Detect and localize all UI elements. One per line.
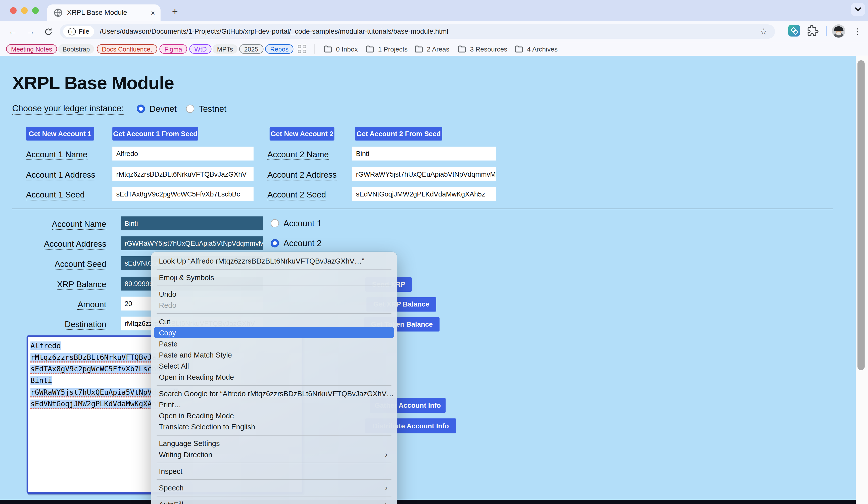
account1-address-label: Account 1 Address xyxy=(26,170,95,180)
back-button[interactable]: ← xyxy=(7,25,19,38)
menu-item-look-up[interactable]: Look Up “Alfredo rMtqz6zzrsBDzBLt6NrkuVF… xyxy=(154,255,394,266)
menu-item-print[interactable]: Print… xyxy=(154,399,394,410)
get-new-account-2-button[interactable]: Get New Account 2 xyxy=(270,127,334,140)
account1-seed-input[interactable]: sEdTAx8gV9c2pgWcWC5FfvXb7LscbBc xyxy=(112,187,254,201)
account-name-input[interactable]: Binti xyxy=(121,216,263,230)
account-name-label: Account Name xyxy=(52,219,106,230)
reload-icon xyxy=(44,28,52,36)
testnet-radio-label[interactable]: Testnet xyxy=(199,104,226,114)
menu-item-inspect[interactable]: Inspect xyxy=(154,465,394,476)
url-text[interactable]: /Users/ddawson/Documents/1-Projects/GitH… xyxy=(100,28,760,35)
ledger-instance-prompt: Choose your ledger instance: xyxy=(12,104,124,115)
menu-item-copy[interactable]: Copy xyxy=(154,327,394,338)
account1-address-input[interactable]: rMtqz6zzrsBDzBLt6NrkuVFTQBvJazGXhV xyxy=(112,167,254,181)
avatar-photo xyxy=(832,24,845,38)
scrollbar-thumb[interactable] xyxy=(857,60,865,370)
toolbar-divider xyxy=(826,26,827,36)
menu-separator xyxy=(157,479,391,480)
get-new-account-1-button[interactable]: Get New Account 1 xyxy=(26,127,94,140)
tab-group-chip-2025[interactable]: 2025 xyxy=(239,44,264,53)
folder-icon xyxy=(515,45,523,53)
context-menu: Look Up “Alfredo rMtqz6zzrsBDzBLt6NrkuVF… xyxy=(151,252,397,504)
bookmark-folder-resources[interactable]: 3 Resources xyxy=(458,44,507,53)
menu-item-redo: Redo xyxy=(154,300,394,311)
devnet-radio-label[interactable]: Devnet xyxy=(149,104,177,114)
reload-button[interactable] xyxy=(42,25,54,38)
tab-group-chip-repos[interactable]: Repos xyxy=(265,44,293,53)
menu-item-speech[interactable]: Speech› xyxy=(154,482,394,493)
info-icon[interactable]: i xyxy=(68,28,76,35)
tab-group-chip-figma[interactable]: Figma xyxy=(159,44,187,53)
browser-menu-button[interactable]: ⋮ xyxy=(853,25,862,38)
bookmark-folder-areas[interactable]: 2 Areas xyxy=(415,44,450,53)
account-address-input[interactable]: rGWRaWY5jst7hUxQEuApia5VtNpVdqmmvM xyxy=(121,237,263,250)
menu-item-autofill[interactable]: AutoFill› xyxy=(154,499,394,504)
menu-item-open-in-reading-mode-2[interactable]: Open in Reading Mode xyxy=(154,410,394,421)
account-2-radio[interactable] xyxy=(271,239,279,248)
menu-item-emoji-symbols[interactable]: Emoji & Symbols xyxy=(154,272,394,283)
bookmark-folder-archives[interactable]: 4 Archives xyxy=(515,44,558,53)
menu-item-undo[interactable]: Undo xyxy=(154,288,394,300)
page-content: XRPL Base Module Choose your ledger inst… xyxy=(0,56,868,504)
bookmarks-bar: Meeting Notes Bootstrap Docs Confluence,… xyxy=(0,42,868,56)
forward-button[interactable]: → xyxy=(24,25,37,38)
extensions-menu-button[interactable] xyxy=(807,25,819,36)
address-bar[interactable]: i File /Users/ddawson/Documents/1-Projec… xyxy=(60,24,775,39)
folder-icon xyxy=(415,45,423,53)
puzzle-piece-icon xyxy=(807,25,819,36)
desktop-edge-strip xyxy=(0,500,868,504)
menu-item-open-in-reading-mode[interactable]: Open in Reading Mode xyxy=(154,371,394,382)
account2-address-input[interactable]: rGWRaWY5jst7hUxQEuApia5VtNpVdqmmvM xyxy=(352,167,496,181)
bookmark-star-icon[interactable]: ☆ xyxy=(760,27,767,37)
menu-item-search-google[interactable]: Search Google for “Alfredo rMtqz6zzrsBDz… xyxy=(154,388,394,399)
bookmark-folder-inbox[interactable]: 0 Inbox xyxy=(324,44,358,53)
tab-group-chip-meeting-notes[interactable]: Meeting Notes xyxy=(6,44,57,53)
page-title: XRPL Base Module xyxy=(12,73,174,94)
tab-close-icon[interactable]: × xyxy=(151,9,155,17)
menu-item-translate-selection[interactable]: Translate Selection to English xyxy=(154,421,394,432)
maximize-window-button[interactable] xyxy=(32,7,39,14)
account2-seed-label: Account 2 Seed xyxy=(267,190,326,200)
menu-item-cut[interactable]: Cut xyxy=(154,316,394,327)
account-1-radio[interactable] xyxy=(271,219,279,227)
section-divider xyxy=(12,209,833,209)
account1-name-input[interactable]: Alfredo xyxy=(112,147,254,160)
menu-item-writing-direction[interactable]: Writing Direction› xyxy=(154,449,394,460)
devnet-radio[interactable] xyxy=(137,105,145,113)
testnet-radio[interactable] xyxy=(186,105,194,113)
globe-favicon-icon xyxy=(54,8,63,17)
menu-item-paste-and-match-style[interactable]: Paste and Match Style xyxy=(154,349,394,360)
profile-avatar[interactable] xyxy=(832,24,845,38)
pinned-extension-icon[interactable] xyxy=(788,25,800,36)
submenu-arrow-icon: › xyxy=(385,483,388,492)
submenu-arrow-icon: › xyxy=(385,500,388,504)
apps-grid-icon[interactable] xyxy=(298,45,306,53)
new-tab-button[interactable]: + xyxy=(168,4,182,19)
account2-name-input[interactable]: Binti xyxy=(352,147,496,160)
tab-search-chevron-button[interactable] xyxy=(851,3,865,16)
menu-item-paste[interactable]: Paste xyxy=(154,338,394,349)
tab-group-chip-docs-confluence[interactable]: Docs Confluence, xyxy=(97,44,157,53)
account1-name-label: Account 1 Name xyxy=(26,149,87,160)
tab-title: XRPL Base Module xyxy=(67,9,151,17)
bookmark-folder-projects[interactable]: 1 Projects xyxy=(366,44,407,53)
menu-item-select-all[interactable]: Select All xyxy=(154,360,394,371)
file-scheme-label: File xyxy=(79,28,90,35)
minimize-window-button[interactable] xyxy=(21,7,28,14)
tab-group-chip-wtd[interactable]: WtD xyxy=(189,44,211,53)
tab-group-chip-mpts[interactable]: MPTs xyxy=(213,44,237,53)
tab-group-chip-bootstrap[interactable]: Bootstrap xyxy=(58,44,94,53)
account2-seed-input[interactable]: sEdVNtGoqjJMW2gPLKdVdaMwKgXAh5z xyxy=(352,187,496,201)
submenu-arrow-icon: › xyxy=(385,450,388,459)
extension-logo-icon xyxy=(790,27,798,35)
page-scrollbar[interactable] xyxy=(856,56,868,504)
get-account-1-from-seed-button[interactable]: Get Account 1 From Seed xyxy=(112,127,198,140)
folder-icon xyxy=(366,45,374,53)
account1-seed-label: Account 1 Seed xyxy=(26,190,85,200)
get-account-2-from-seed-button[interactable]: Get Account 2 From Seed xyxy=(355,127,442,140)
close-window-button[interactable] xyxy=(10,7,17,14)
account-2-radio-label[interactable]: Account 2 xyxy=(283,239,322,249)
menu-item-language-settings[interactable]: Language Settings xyxy=(154,438,394,449)
account-1-radio-label[interactable]: Account 1 xyxy=(283,219,322,229)
browser-tab[interactable]: XRPL Base Module × xyxy=(47,4,161,21)
